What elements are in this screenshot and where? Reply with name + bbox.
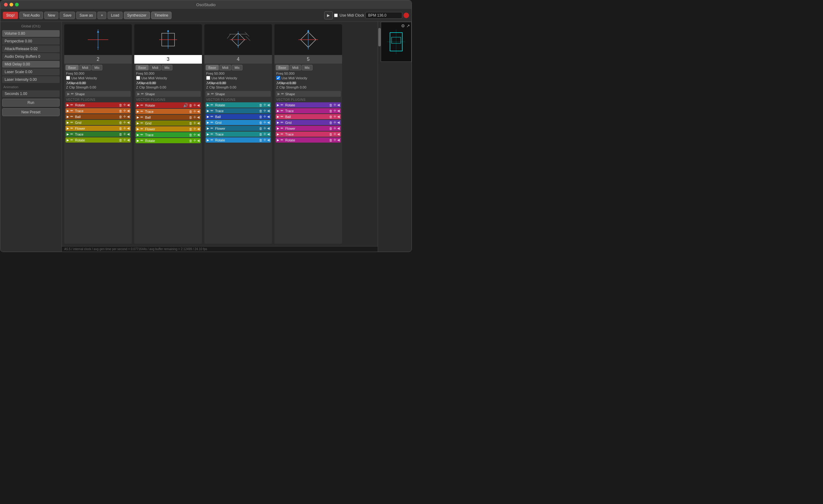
save-as-button[interactable]: Save as (76, 12, 96, 19)
plugin-collapse-icon[interactable]: ◀ (127, 126, 129, 130)
plugin-grid-3-ch2[interactable]: ▶ ✏ Grid 🗑 ✛ ◀ (65, 120, 131, 125)
plugin-delete-icon[interactable]: 🗑 (119, 103, 122, 107)
plugin-collapse-icon[interactable]: ◀ (337, 115, 340, 119)
plugin-collapse-icon[interactable]: ◀ (127, 109, 129, 113)
external-link-icon[interactable]: ↗ (406, 23, 410, 28)
plugin-move-icon[interactable]: ✛ (193, 121, 196, 125)
plugin-collapse-icon[interactable]: ◀ (197, 127, 199, 131)
plugin-collapse-icon[interactable]: ◀ (267, 138, 270, 142)
plugin-grid-3-ch4[interactable]: ▶ ✏ Grid 🗑 ✛ ◀ (206, 120, 271, 125)
plugin-move-icon[interactable]: ✛ (264, 109, 266, 113)
plugin-delete-icon[interactable]: 🗑 (119, 138, 122, 142)
midi-velocity-checkbox-ch4[interactable] (206, 76, 210, 80)
plugin-collapse-icon[interactable]: ◀ (197, 110, 199, 114)
scrollbar[interactable] (378, 22, 381, 252)
plugin-flower-4-ch3[interactable]: ▶ ✏ Flower 🗑 ✛ ◀ (136, 126, 201, 132)
plugin-move-icon[interactable]: ✛ (193, 133, 196, 137)
shape-row-ch2[interactable]: ▶✏Shape (65, 91, 131, 97)
plugin-move-icon[interactable]: ✛ (123, 126, 126, 130)
plugin-ball-2-ch4[interactable]: ▶ ✏ Ball 🗑 ✛ ◀ (206, 114, 271, 119)
sidebar-item-attack-release[interactable]: Attack/Release 0.02 (2, 45, 59, 52)
plugin-rotate-0-ch3[interactable]: ▶ ✏ Rotate 🔊 🗑 ✛ ◀ (136, 102, 201, 108)
plugin-move-icon[interactable]: ✛ (123, 138, 126, 142)
plugin-move-icon[interactable]: ✛ (264, 121, 266, 125)
plugin-delete-icon[interactable]: 🗑 (259, 115, 263, 119)
plugin-move-icon[interactable]: ✛ (264, 103, 266, 107)
plugin-collapse-icon[interactable]: ◀ (127, 115, 129, 119)
settings-icon[interactable]: ⚙ (401, 23, 405, 28)
plugin-trace-5-ch2[interactable]: ▶ ✏ Trace 🗑 ✛ ◀ (65, 132, 131, 137)
midi-clock-checkbox[interactable] (334, 13, 338, 17)
plugin-delete-icon[interactable]: 🗑 (329, 103, 333, 107)
plugin-move-icon[interactable]: ✛ (333, 121, 336, 125)
run-button[interactable]: Run (2, 99, 59, 107)
plugin-collapse-icon[interactable]: ◀ (267, 121, 270, 125)
plugin-trace-1-ch3[interactable]: ▶ ✏ Trace 🗑 ✛ ◀ (136, 109, 201, 114)
tab-midi-ch5[interactable]: Midi (290, 65, 301, 70)
plugin-delete-icon[interactable]: 🗑 (119, 115, 122, 119)
plugin-ball-2-ch2[interactable]: ▶ ✏ Ball 🗑 ✛ ◀ (65, 114, 131, 119)
plugin-collapse-icon[interactable]: ◀ (337, 138, 340, 142)
plugin-delete-icon[interactable]: 🗑 (119, 121, 122, 125)
sidebar-item-midi-delay[interactable]: Midi Delay 0.00 (2, 61, 59, 67)
sidebar-item-laser-intensity[interactable]: Laser Intensity 0.00 (2, 76, 59, 83)
plugin-collapse-icon[interactable]: ◀ (197, 103, 199, 107)
synthesizer-tab[interactable]: Synthesizer (124, 12, 150, 19)
tab-mic-ch5[interactable]: Mic (302, 65, 313, 70)
new-button[interactable]: New (44, 12, 58, 19)
plugin-move-icon[interactable]: ✛ (123, 132, 126, 136)
minimize-button[interactable] (10, 3, 13, 6)
plugin-delete-icon[interactable]: 🗑 (259, 103, 263, 107)
tab-mic-ch4[interactable]: Mic (232, 65, 242, 70)
plugin-delete-icon[interactable]: 🗑 (259, 109, 263, 113)
plugin-move-icon[interactable]: ✛ (333, 103, 336, 107)
plugin-move-icon[interactable]: ✛ (264, 126, 266, 130)
tab-midi-ch3[interactable]: Midi (149, 65, 161, 70)
plugin-collapse-icon[interactable]: ◀ (337, 132, 340, 136)
plugin-trace-1-ch5[interactable]: ▶ ✏ Trace 🗑 ✛ ◀ (276, 108, 341, 114)
plugin-rotate-6-ch4[interactable]: ▶ ✏ Rotate 🗑 ✛ ◀ (206, 137, 271, 143)
load-button[interactable]: Load (108, 12, 123, 19)
plugin-collapse-icon[interactable]: ◀ (337, 109, 340, 113)
plugin-delete-icon[interactable]: 🗑 (119, 127, 122, 130)
plugin-delete-icon[interactable]: 🗑 (189, 104, 192, 107)
bpm-input[interactable] (365, 12, 402, 19)
plugin-ball-2-ch5[interactable]: ▶ ✏ Ball 🗑 ✛ ◀ (276, 114, 341, 119)
plugin-move-icon[interactable]: ✛ (333, 109, 336, 113)
plugin-trace-5-ch4[interactable]: ▶ ✏ Trace 🗑 ✛ ◀ (206, 132, 271, 137)
midi-velocity-checkbox-ch5[interactable] (276, 76, 280, 80)
tab-midi-ch2[interactable]: Midi (79, 65, 91, 70)
plugin-ball-2-ch3[interactable]: ▶ ✏ Ball 🗑 ✛ ◀ (136, 115, 201, 120)
plugin-delete-icon[interactable]: 🗑 (119, 133, 122, 136)
plugin-delete-icon[interactable]: 🗑 (189, 121, 192, 125)
channel-number-3[interactable]: 3 (134, 55, 202, 63)
plugin-collapse-icon[interactable]: ◀ (127, 103, 129, 107)
plugin-move-icon[interactable]: ✛ (333, 132, 336, 136)
plugin-move-icon[interactable]: ✛ (264, 132, 266, 136)
plugin-collapse-icon[interactable]: ◀ (267, 132, 270, 136)
plugin-trace-5-ch3[interactable]: ▶ ✏ Trace 🗑 ✛ ◀ (136, 132, 201, 137)
plugin-move-icon[interactable]: ✛ (123, 109, 126, 113)
plugin-delete-icon[interactable]: 🗑 (189, 127, 192, 131)
sidebar-item-perspective[interactable]: Perspective 0.00 (2, 38, 59, 44)
plugin-collapse-icon[interactable]: ◀ (197, 139, 199, 143)
record-button[interactable] (403, 13, 409, 18)
plugin-flower-4-ch2[interactable]: ▶ ✏ Flower 🗑 ✛ ◀ (65, 126, 131, 131)
plugin-rotate-6-ch5[interactable]: ▶ ✏ Rotate 🗑 ✛ ◀ (276, 137, 341, 143)
plugin-collapse-icon[interactable]: ◀ (267, 126, 270, 130)
midi-velocity-checkbox-ch2[interactable] (66, 76, 70, 80)
plugin-rotate-0-ch2[interactable]: ▶ ✏ Rotate 🗑 ✛ ◀ (65, 102, 131, 108)
plugin-collapse-icon[interactable]: ◀ (197, 133, 199, 137)
shape-row-ch5[interactable]: ▶✏Shape (276, 91, 341, 97)
plugin-delete-icon[interactable]: 🗑 (329, 127, 333, 130)
tab-base-ch5[interactable]: Base (276, 65, 289, 70)
plugin-rotate-0-ch5[interactable]: ▶ ✏ Rotate 🗑 ✛ ◀ (276, 102, 341, 108)
timeline-tab[interactable]: Timeline (151, 12, 172, 19)
plugin-delete-icon[interactable]: 🗑 (259, 138, 263, 142)
plugin-delete-icon[interactable]: 🗑 (189, 116, 192, 119)
plugin-delete-icon[interactable]: 🗑 (329, 133, 333, 136)
plugin-move-icon[interactable]: ✛ (333, 126, 336, 130)
plugin-delete-icon[interactable]: 🗑 (259, 127, 263, 130)
plus-button[interactable]: + (98, 12, 106, 19)
plugin-collapse-icon[interactable]: ◀ (197, 121, 199, 125)
